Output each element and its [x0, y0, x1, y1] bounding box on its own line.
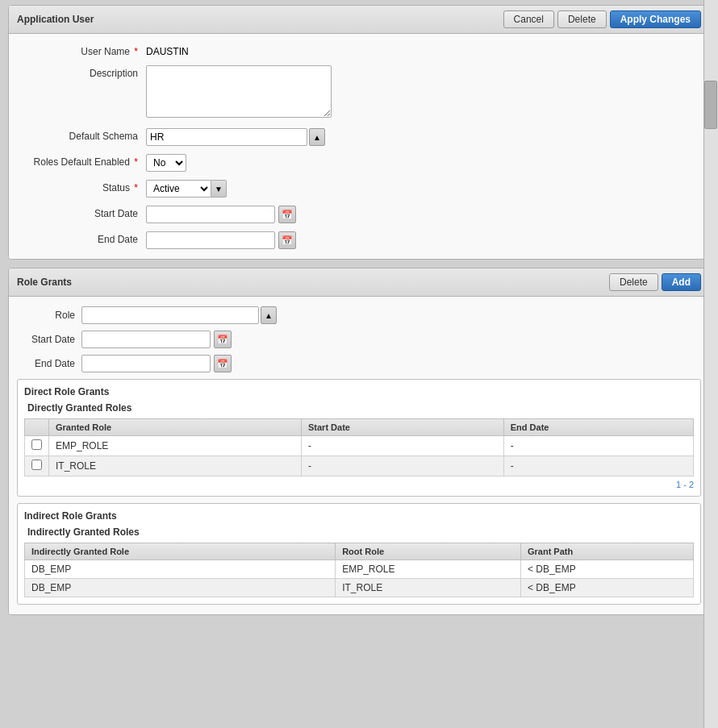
rg-end-date-input-group: 📅 [81, 355, 232, 372]
direct-row2-checkbox[interactable] [31, 460, 42, 470]
end-date-row: End Date 📅 [17, 231, 701, 249]
indirect-table-col-role: Indirectly Granted Role [25, 543, 336, 560]
direct-row2-granted-role: IT_ROLE [49, 456, 302, 476]
direct-table-col-end-date: End Date [503, 419, 693, 436]
roles-default-enabled-field-wrap: No Yes [146, 154, 388, 172]
end-date-input[interactable] [146, 231, 275, 249]
status-select-group: Active Inactive ▼ [146, 180, 388, 198]
rg-role-search-button[interactable]: ▲ [261, 306, 277, 324]
apply-changes-button[interactable]: Apply Changes [610, 10, 701, 28]
start-date-calendar-button[interactable]: 📅 [278, 206, 296, 223]
default-schema-input-group: ▲ [146, 128, 388, 146]
scrollbar-track [703, 0, 718, 728]
rg-start-date-input-group: 📅 [81, 331, 232, 348]
direct-table-col-checkbox [25, 419, 49, 436]
end-date-input-group: 📅 [146, 231, 388, 249]
roles-default-enabled-required: * [134, 156, 138, 168]
indirect-role-grants-section: Indirect Role Grants Indirectly Granted … [17, 503, 701, 605]
table-row: DB_EMP IT_ROLE < DB_EMP [25, 579, 694, 597]
table-row: DB_EMP EMP_ROLE < DB_EMP [25, 560, 694, 579]
role-grants-body: Role ▲ Start Date 📅 End Date [9, 297, 709, 614]
user-name-row: User Name * DAUSTIN [17, 44, 701, 57]
default-schema-field-wrap: ▲ [146, 128, 388, 146]
indirect-row1-path: < DB_EMP [520, 560, 693, 579]
indirect-row2-path: < DB_EMP [520, 579, 693, 597]
roles-default-enabled-select[interactable]: No Yes [146, 154, 186, 172]
indirectly-granted-roles-title: Indirectly Granted Roles [27, 526, 694, 538]
table-row: IT_ROLE - - [25, 456, 694, 476]
rg-role-row: Role ▲ [17, 306, 701, 324]
user-name-required: * [134, 46, 138, 57]
direct-role-grants-section: Direct Role Grants Directly Granted Role… [17, 379, 701, 497]
indirect-table-header-row: Indirectly Granted Role Root Role Grant … [25, 543, 694, 560]
direct-table-pagination: 1 - 2 [24, 476, 694, 489]
start-date-label: Start Date [17, 206, 146, 219]
indirect-row2-root: IT_ROLE [336, 579, 521, 597]
indirect-row1-role: DB_EMP [25, 560, 336, 579]
direct-row1-checkbox-cell [25, 436, 49, 456]
role-grants-add-button[interactable]: Add [662, 273, 701, 291]
rg-role-input[interactable] [81, 306, 259, 324]
table-row: EMP_ROLE - - [25, 436, 694, 456]
role-grants-header: Role Grants Delete Add [9, 268, 709, 297]
direct-row2-end-date: - [503, 456, 693, 476]
end-date-field-wrap: 📅 [146, 231, 388, 249]
direct-row2-start-date: - [301, 456, 503, 476]
rg-start-date-calendar-button[interactable]: 📅 [214, 331, 232, 348]
direct-row1-end-date: - [503, 436, 693, 456]
indirect-role-grants-title: Indirect Role Grants [24, 510, 694, 522]
rg-role-input-group: ▲ [81, 306, 277, 324]
role-grants-delete-button[interactable]: Delete [609, 273, 658, 291]
status-select[interactable]: Active Inactive [146, 180, 211, 198]
direct-table-col-start-date: Start Date [301, 419, 503, 436]
application-user-header: Application User Cancel Delete Apply Cha… [9, 6, 709, 34]
rg-end-date-input[interactable] [81, 355, 211, 372]
description-label: Description [17, 65, 146, 79]
status-dropdown-arrow[interactable]: ▼ [211, 180, 227, 198]
user-name-value: DAUSTIN [146, 44, 388, 57]
end-date-label: End Date [17, 231, 146, 245]
scrollbar-thumb[interactable] [704, 81, 717, 129]
delete-button[interactable]: Delete [557, 10, 607, 28]
direct-row1-start-date: - [301, 436, 503, 456]
default-schema-input[interactable] [146, 128, 307, 146]
directly-granted-roles-title: Directly Granted Roles [27, 402, 694, 414]
end-date-calendar-button[interactable]: 📅 [278, 231, 296, 249]
status-required: * [134, 182, 138, 193]
indirect-table-col-root: Root Role [336, 543, 521, 560]
rg-role-label: Role [17, 310, 81, 321]
start-date-row: Start Date 📅 [17, 206, 701, 223]
indirect-table-col-path: Grant Path [520, 543, 693, 560]
rg-end-date-calendar-button[interactable]: 📅 [214, 355, 232, 372]
direct-row1-checkbox[interactable] [31, 439, 42, 450]
cancel-button[interactable]: Cancel [503, 10, 554, 28]
direct-row1-granted-role: EMP_ROLE [49, 436, 302, 456]
application-user-panel: Application User Cancel Delete Apply Cha… [8, 5, 710, 260]
rg-end-date-row: End Date 📅 [17, 355, 701, 372]
header-buttons: Cancel Delete Apply Changes [503, 10, 701, 28]
default-schema-search-button[interactable]: ▲ [309, 128, 325, 146]
description-textarea[interactable] [146, 65, 332, 118]
direct-table-col-granted-role: Granted Role [49, 419, 302, 436]
status-label: Status * [17, 180, 146, 193]
start-date-input-group: 📅 [146, 206, 388, 223]
start-date-field-wrap: 📅 [146, 206, 388, 223]
indirect-row1-root: EMP_ROLE [336, 560, 521, 579]
rg-start-date-input[interactable] [81, 331, 211, 348]
roles-default-enabled-row: Roles Default Enabled * No Yes [17, 154, 701, 172]
indirect-row2-role: DB_EMP [25, 579, 336, 597]
application-user-title: Application User [17, 14, 94, 25]
description-field-wrap [146, 65, 388, 120]
direct-role-grants-title: Direct Role Grants [24, 386, 694, 397]
role-grants-title: Role Grants [17, 277, 72, 288]
default-schema-label: Default Schema [17, 128, 146, 142]
direct-table-header-row: Granted Role Start Date End Date [25, 419, 694, 436]
description-row: Description [17, 65, 701, 120]
status-row: Status * Active Inactive ▼ [17, 180, 701, 198]
start-date-input[interactable] [146, 206, 275, 223]
application-user-body: User Name * DAUSTIN Description Default … [9, 34, 709, 259]
directly-granted-roles-table: Granted Role Start Date End Date EMP_ROL… [24, 418, 694, 476]
role-grants-panel: Role Grants Delete Add Role ▲ Star [8, 268, 710, 615]
rg-start-date-label: Start Date [17, 334, 81, 345]
indirectly-granted-roles-table: Indirectly Granted Role Root Role Grant … [24, 543, 694, 597]
